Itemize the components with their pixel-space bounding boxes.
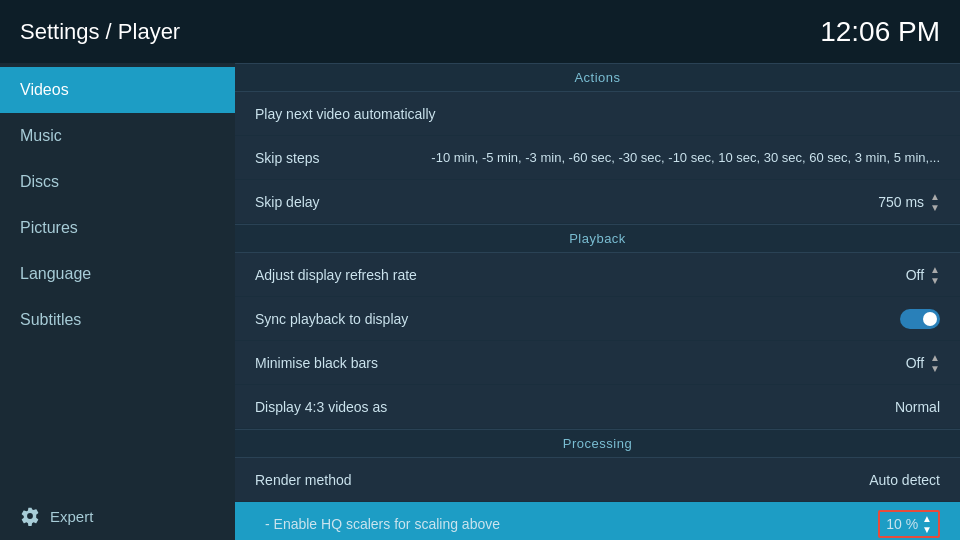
section-playback-header: Playback: [235, 224, 960, 253]
render-method-label: Render method: [255, 472, 352, 488]
adjust-refresh-arrows[interactable]: [930, 264, 940, 286]
gear-icon: [20, 506, 40, 526]
minimise-black-down[interactable]: [930, 363, 940, 374]
hq-scalers-arrows[interactable]: [922, 513, 932, 535]
sidebar-item-subtitles[interactable]: Subtitles: [0, 297, 235, 343]
hq-scalers-label: - Enable HQ scalers for scaling above: [255, 516, 500, 532]
sidebar-item-pictures[interactable]: Pictures: [0, 205, 235, 251]
setting-hq-scalers[interactable]: - Enable HQ scalers for scaling above 10…: [235, 502, 960, 540]
hq-scalers-value-box: 10 %: [878, 510, 940, 538]
hq-scalers-down[interactable]: [922, 524, 932, 535]
hq-scalers-value: 10 %: [878, 510, 940, 538]
skip-delay-down[interactable]: [930, 202, 940, 213]
adjust-refresh-value: Off: [906, 264, 940, 286]
skip-steps-value: -10 min, -5 min, -3 min, -60 sec, -30 se…: [431, 150, 940, 165]
skip-delay-arrows[interactable]: [930, 191, 940, 213]
setting-sync-playback[interactable]: Sync playback to display: [235, 297, 960, 341]
expert-label: Expert: [50, 508, 93, 525]
sync-playback-label: Sync playback to display: [255, 311, 408, 327]
header-time: 12:06 PM: [820, 16, 940, 48]
expert-button[interactable]: Expert: [0, 492, 235, 540]
setting-skip-steps[interactable]: Skip steps -10 min, -5 min, -3 min, -60 …: [235, 136, 960, 180]
sync-playback-value[interactable]: [900, 309, 940, 329]
sidebar-item-discs[interactable]: Discs: [0, 159, 235, 205]
minimise-black-arrows[interactable]: [930, 352, 940, 374]
sidebar-item-language[interactable]: Language: [0, 251, 235, 297]
minimise-black-label: Minimise black bars: [255, 355, 378, 371]
setting-adjust-refresh[interactable]: Adjust display refresh rate Off: [235, 253, 960, 297]
sidebar: Videos Music Discs Pictures Language Sub…: [0, 63, 235, 540]
sidebar-item-videos[interactable]: Videos: [0, 67, 235, 113]
skip-delay-value: 750 ms: [878, 191, 940, 213]
setting-display-43[interactable]: Display 4:3 videos as Normal: [235, 385, 960, 429]
display-43-label: Display 4:3 videos as: [255, 399, 387, 415]
setting-render-method[interactable]: Render method Auto detect: [235, 458, 960, 502]
setting-play-next[interactable]: Play next video automatically: [235, 92, 960, 136]
section-actions-header: Actions: [235, 63, 960, 92]
skip-delay-up[interactable]: [930, 191, 940, 202]
header-title: Settings / Player: [20, 19, 180, 45]
sync-playback-toggle[interactable]: [900, 309, 940, 329]
section-processing-header: Processing: [235, 429, 960, 458]
header: Settings / Player 12:06 PM: [0, 0, 960, 63]
minimise-black-value: Off: [906, 352, 940, 374]
adjust-refresh-down[interactable]: [930, 275, 940, 286]
main-content: Actions Play next video automatically Sk…: [235, 63, 960, 540]
display-43-value: Normal: [895, 399, 940, 415]
render-method-value: Auto detect: [869, 472, 940, 488]
skip-delay-label: Skip delay: [255, 194, 320, 210]
minimise-black-up[interactable]: [930, 352, 940, 363]
skip-steps-label: Skip steps: [255, 150, 320, 166]
setting-skip-delay[interactable]: Skip delay 750 ms: [235, 180, 960, 224]
play-next-label: Play next video automatically: [255, 106, 436, 122]
adjust-refresh-label: Adjust display refresh rate: [255, 267, 417, 283]
setting-minimise-black[interactable]: Minimise black bars Off: [235, 341, 960, 385]
hq-scalers-pct: 10 %: [886, 516, 918, 532]
hq-scalers-up[interactable]: [922, 513, 932, 524]
sidebar-item-music[interactable]: Music: [0, 113, 235, 159]
adjust-refresh-up[interactable]: [930, 264, 940, 275]
